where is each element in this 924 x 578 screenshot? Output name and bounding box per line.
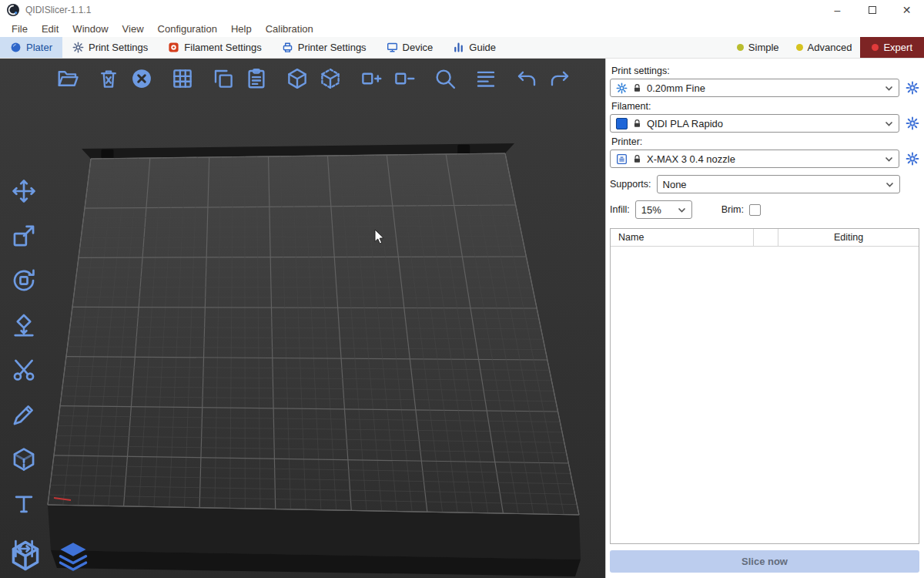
mode-simple[interactable]: Simple (728, 37, 788, 58)
print-settings-value: 0.20mm Fine (647, 82, 880, 94)
mode-label: Simple (748, 42, 779, 53)
maximize-button[interactable] (855, 0, 889, 20)
menu-help[interactable]: Help (224, 23, 259, 35)
guide-bars-icon (453, 42, 464, 53)
chevron-down-icon (885, 86, 893, 91)
mode-dot-icon (796, 44, 803, 51)
text-icon (11, 491, 37, 517)
object-list-body[interactable] (611, 247, 919, 543)
menu-edit[interactable]: Edit (35, 23, 65, 35)
place-on-face-icon (11, 312, 37, 338)
minimize-button[interactable]: – (820, 0, 855, 20)
printer-label: Printer: (611, 136, 919, 147)
delete-all-icon (130, 67, 153, 90)
mouse-cursor (372, 229, 387, 246)
tab-printer-settings[interactable]: Printer Settings (272, 37, 377, 58)
seam-icon (11, 446, 37, 472)
menu-configuration[interactable]: Configuration (151, 23, 224, 35)
viewport-3d[interactable] (0, 59, 605, 578)
remove-instance-icon (393, 67, 416, 90)
tab-guide[interactable]: Guide (443, 37, 506, 58)
text-button[interactable] (6, 487, 42, 521)
column-header-extruder[interactable] (753, 229, 778, 246)
supports-value: None (663, 179, 881, 190)
arrange-icon (171, 67, 194, 90)
add-instance-button[interactable] (356, 63, 387, 94)
close-button[interactable]: ✕ (889, 0, 924, 20)
window-title: QIDISlicer-1.1.1 (25, 5, 91, 15)
search-button[interactable] (430, 63, 460, 94)
tab-filament-settings[interactable]: Filament Settings (158, 37, 271, 58)
preview-view-button[interactable] (52, 535, 94, 576)
move-icon (11, 178, 37, 204)
redo-button[interactable] (544, 63, 575, 94)
printer-icon (282, 42, 293, 53)
plater-icon (10, 42, 22, 53)
infill-label: Infill: (610, 204, 630, 215)
split-to-objects-button[interactable] (282, 63, 313, 94)
tab-label: Print Settings (89, 42, 148, 53)
paint-support-icon (11, 402, 37, 428)
column-header-editing[interactable]: Editing (778, 229, 919, 246)
paint-support-button[interactable] (6, 398, 42, 432)
undo-button[interactable] (511, 63, 542, 94)
printer-select[interactable]: X-MAX 3 0.4 nozzle (610, 150, 899, 168)
print-settings-label: Print settings: (611, 66, 919, 76)
menu-view[interactable]: View (116, 23, 151, 35)
arrange-button[interactable] (167, 63, 198, 94)
menu-file[interactable]: File (5, 23, 35, 35)
variable-layer-height-button[interactable] (470, 63, 501, 94)
infill-select[interactable]: 15% (635, 200, 692, 219)
lock-icon (632, 119, 642, 129)
mode-expert[interactable]: Expert (860, 37, 924, 58)
split-to-parts-icon (319, 67, 342, 90)
menu-calibration[interactable]: Calibration (259, 23, 320, 35)
delete-all-button[interactable] (126, 63, 157, 94)
menu-window[interactable]: Window (65, 23, 115, 35)
tab-device[interactable]: Device (377, 37, 444, 58)
filament-select[interactable]: QIDI PLA Rapido (610, 114, 899, 133)
brim-checkbox[interactable] (749, 204, 761, 216)
filament-gear-button[interactable] (906, 116, 919, 130)
cut-icon (11, 357, 37, 383)
print-bed (0, 59, 605, 578)
move-button[interactable] (6, 174, 42, 208)
filament-color-swatch (616, 118, 628, 129)
mode-advanced[interactable]: Advanced (788, 37, 861, 58)
paste-button[interactable] (241, 63, 272, 94)
open-button[interactable] (52, 63, 83, 94)
tab-plater[interactable]: Plater (0, 37, 62, 58)
printer-gear-button[interactable] (906, 152, 919, 166)
slice-now-button[interactable]: Slice now (610, 550, 919, 573)
scale-button[interactable] (6, 219, 42, 253)
column-header-name[interactable]: Name (611, 232, 753, 243)
app-window: QIDISlicer-1.1.1 – ✕ FileEditWindowViewC… (0, 0, 924, 578)
add-instance-icon (360, 67, 383, 90)
remove-instance-button[interactable] (389, 63, 420, 94)
tab-label: Printer Settings (298, 42, 367, 53)
print-settings-select[interactable]: 0.20mm Fine (610, 79, 899, 97)
delete-icon (97, 67, 120, 90)
app-logo-icon (6, 3, 20, 17)
cut-button[interactable] (6, 353, 42, 387)
view-switcher (5, 535, 94, 576)
left-toolbar (6, 174, 42, 566)
supports-select[interactable]: None (657, 175, 900, 193)
editor-view-button[interactable] (5, 535, 46, 576)
seam-button[interactable] (6, 442, 42, 476)
tab-print-settings[interactable]: Print Settings (62, 37, 158, 58)
tabbar: Plater Print Settings Filament Settings … (0, 37, 924, 59)
filament-icon (168, 42, 179, 53)
print-settings-gear-button[interactable] (906, 81, 919, 95)
tab-label: Filament Settings (184, 42, 261, 53)
delete-button[interactable] (93, 63, 124, 94)
tab-label: Plater (26, 42, 52, 53)
copy-button[interactable] (208, 63, 239, 94)
rotate-button[interactable] (6, 264, 42, 297)
object-list: Name Editing (610, 228, 919, 544)
mode-label: Expert (883, 42, 912, 53)
chevron-down-icon (886, 182, 894, 187)
split-to-parts-button[interactable] (315, 63, 346, 94)
redo-icon (548, 67, 571, 90)
place-on-face-button[interactable] (6, 308, 42, 342)
